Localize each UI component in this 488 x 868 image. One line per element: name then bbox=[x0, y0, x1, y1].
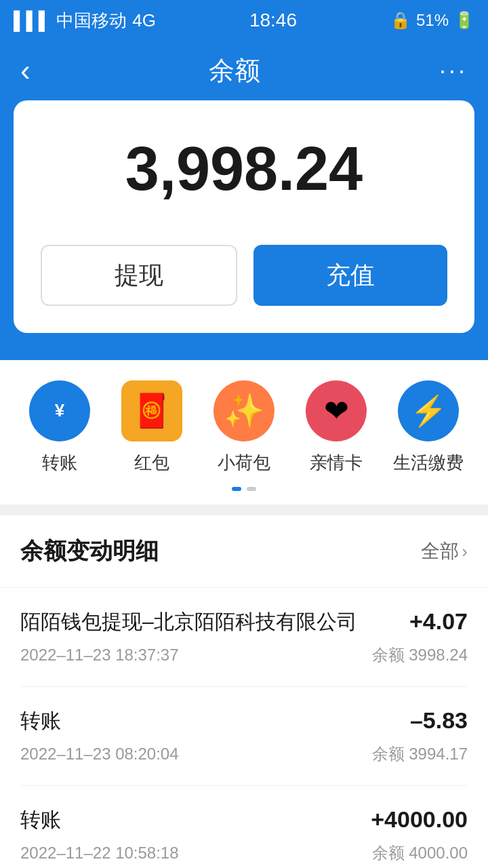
balance-actions: 提现 充值 bbox=[41, 245, 447, 306]
qinqingka-label: 亲情卡 bbox=[310, 451, 363, 475]
dot-1 bbox=[232, 487, 241, 491]
more-button[interactable]: ··· bbox=[439, 56, 468, 85]
action-xiaohebao[interactable]: ✨ 小荷包 bbox=[203, 380, 285, 475]
tx-balance: 余额 4000.00 bbox=[372, 842, 468, 864]
hongbao-label: 红包 bbox=[134, 451, 169, 475]
tx-row-top: 陌陌钱包提现–北京陌陌科技有限公司 +4.07 bbox=[20, 608, 468, 636]
view-all-link[interactable]: 全部 › bbox=[421, 538, 468, 564]
header-bg: ‹ 余额 ··· 3,998.24 提现 充值 bbox=[0, 41, 488, 387]
status-bar: ▌▌▌ 中国移动 4G 18:46 🔒 51% 🔋 bbox=[0, 0, 488, 41]
tx-time: 2022–11–23 08:20:04 bbox=[20, 745, 179, 764]
svg-text:¥: ¥ bbox=[55, 400, 65, 420]
transfer-icon: ¥ bbox=[29, 380, 90, 441]
tx-amount: –5.83 bbox=[410, 707, 468, 734]
recharge-button[interactable]: 充值 bbox=[253, 245, 447, 306]
tx-amount: +4.07 bbox=[409, 608, 468, 635]
section-title: 余额变动明细 bbox=[20, 536, 159, 567]
back-button[interactable]: ‹ bbox=[20, 54, 30, 87]
life-fee-icon: ⚡ bbox=[398, 380, 459, 441]
action-transfer[interactable]: ¥ 转账 bbox=[19, 380, 100, 475]
page-title: 余额 bbox=[209, 54, 260, 88]
qinqingka-icon: ❤ bbox=[306, 380, 367, 441]
carrier-label: 中国移动 bbox=[56, 9, 127, 33]
life-fee-label: 生活缴费 bbox=[393, 451, 464, 475]
nav-bar: ‹ 余额 ··· bbox=[0, 41, 488, 100]
tx-name: 转账 bbox=[20, 806, 357, 834]
tx-row-bottom: 2022–11–23 18:37:37 余额 3998.24 bbox=[20, 644, 468, 666]
tx-balance: 余额 3994.17 bbox=[372, 743, 468, 765]
lock-icon: 🔒 bbox=[390, 11, 411, 30]
tx-row-bottom: 2022–11–22 10:58:18 余额 4000.00 bbox=[20, 842, 468, 864]
tx-row-top: 转账 –5.83 bbox=[20, 707, 468, 735]
action-qinqingka[interactable]: ❤ 亲情卡 bbox=[296, 380, 377, 475]
tx-name: 转账 bbox=[20, 707, 396, 735]
table-row: 转账 –5.83 2022–11–23 08:20:04 余额 3994.17 bbox=[20, 687, 468, 786]
time-label: 18:46 bbox=[249, 9, 297, 31]
withdraw-button[interactable]: 提现 bbox=[41, 245, 237, 306]
view-all-label: 全部 bbox=[421, 538, 459, 564]
balance-amount: 3,998.24 bbox=[41, 134, 447, 204]
tx-name: 陌陌钱包提现–北京陌陌科技有限公司 bbox=[20, 608, 396, 636]
section-header: 余额变动明细 全部 › bbox=[20, 536, 468, 567]
xiaohebao-icon: ✨ bbox=[214, 380, 274, 441]
quick-actions: ¥ 转账 🧧 红包 ✨ 小荷包 ❤ 亲情卡 ⚡ bbox=[0, 360, 488, 505]
action-life-fee[interactable]: ⚡ 生活缴费 bbox=[388, 380, 469, 475]
page-dots bbox=[232, 487, 256, 491]
chevron-right-icon: › bbox=[462, 541, 468, 562]
signal-icon: ▌▌▌ bbox=[14, 10, 51, 31]
dot-2 bbox=[247, 487, 256, 491]
status-right: 🔒 51% 🔋 bbox=[390, 11, 474, 30]
balance-card: 3,998.24 提现 充值 bbox=[14, 100, 474, 333]
tx-amount: +4000.00 bbox=[371, 806, 468, 833]
table-row: 转账 +4000.00 2022–11–22 10:58:18 余额 4000.… bbox=[20, 786, 468, 868]
table-row: 陌陌钱包提现–北京陌陌科技有限公司 +4.07 2022–11–23 18:37… bbox=[20, 588, 468, 687]
hongbao-icon: 🧧 bbox=[121, 380, 182, 441]
status-left: ▌▌▌ 中国移动 4G bbox=[14, 9, 156, 33]
tx-balance: 余额 3998.24 bbox=[372, 644, 468, 666]
xiaohebao-label: 小荷包 bbox=[218, 451, 270, 475]
battery-label: 51% bbox=[416, 11, 449, 30]
transaction-section: 余额变动明细 全部 › 陌陌钱包提现–北京陌陌科技有限公司 +4.07 2022… bbox=[0, 515, 488, 868]
quick-actions-row: ¥ 转账 🧧 红包 ✨ 小荷包 ❤ 亲情卡 ⚡ bbox=[0, 380, 488, 475]
tx-time: 2022–11–23 18:37:37 bbox=[20, 646, 179, 665]
tx-time: 2022–11–22 10:58:18 bbox=[20, 844, 179, 863]
network-label: 4G bbox=[132, 10, 156, 31]
tx-row-top: 转账 +4000.00 bbox=[20, 806, 468, 834]
tx-row-bottom: 2022–11–23 08:20:04 余额 3994.17 bbox=[20, 743, 468, 765]
battery-icon: 🔋 bbox=[454, 11, 474, 30]
action-hongbao[interactable]: 🧧 红包 bbox=[111, 380, 192, 475]
transfer-label: 转账 bbox=[42, 451, 77, 475]
